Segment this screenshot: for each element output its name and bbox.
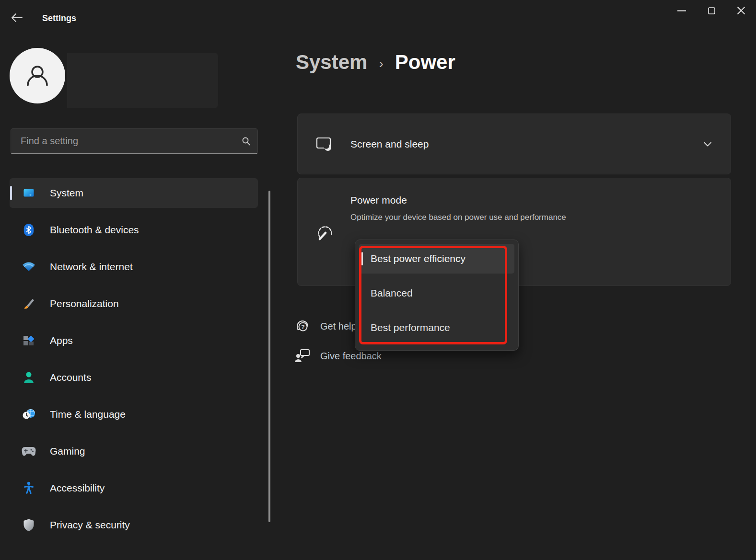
back-button[interactable] — [7, 9, 27, 27]
apps-icon — [22, 333, 36, 348]
back-arrow-icon — [11, 13, 23, 23]
maximize-button[interactable] — [697, 0, 726, 21]
search-box — [11, 128, 258, 154]
dropdown-option-best-performance[interactable]: Best performance — [359, 313, 514, 343]
svg-text:?: ? — [301, 324, 304, 331]
system-icon — [22, 186, 36, 200]
sidebar-item-label: Privacy & security — [50, 519, 130, 531]
sidebar-item-network-internet[interactable]: Network & internet — [10, 252, 258, 282]
titlebar: Settings — [0, 0, 756, 29]
account-info-panel[interactable] — [67, 53, 218, 108]
sidebar-item-label: System — [50, 187, 83, 199]
person-icon — [22, 60, 53, 91]
dropdown-option-best-power-efficiency[interactable]: Best power efficiency — [359, 244, 514, 274]
screen-sleep-icon — [316, 137, 333, 152]
sidebar-scrollbar[interactable] — [268, 191, 270, 522]
get-help-label: Get help — [320, 321, 357, 332]
sidebar-item-time-language[interactable]: Time & language — [10, 400, 258, 429]
screen-and-sleep-card[interactable]: Screen and sleep — [297, 114, 731, 174]
breadcrumb-system[interactable]: System — [296, 51, 367, 74]
search-input[interactable] — [21, 136, 241, 147]
sidebar-item-privacy-security[interactable]: Privacy & security — [10, 510, 258, 540]
sidebar-nav: System Bluetooth & devices Network & int… — [10, 178, 258, 547]
power-mode-description: Optimize your device based on power use … — [350, 213, 566, 222]
sidebar-item-accessibility[interactable]: Accessibility — [10, 473, 258, 503]
app-title: Settings — [42, 13, 76, 23]
feedback-icon — [294, 348, 311, 364]
page-title: Power — [395, 51, 455, 74]
power-mode-dropdown: Best power efficiency Balanced Best perf… — [355, 240, 519, 351]
sidebar-item-personalization[interactable]: Personalization — [10, 289, 258, 319]
sidebar-item-label: Network & internet — [50, 261, 133, 273]
sidebar-item-label: Apps — [50, 335, 73, 346]
breadcrumb-separator-icon: › — [379, 53, 383, 71]
breadcrumb: System › Power — [296, 51, 455, 74]
sidebar-item-system[interactable]: System — [10, 178, 258, 208]
gaming-icon — [22, 444, 36, 458]
power-mode-title: Power mode — [350, 194, 407, 206]
bluetooth-icon — [22, 223, 36, 237]
get-help-link[interactable]: ? Get help — [294, 318, 357, 334]
network-icon — [22, 260, 36, 274]
sidebar-item-label: Bluetooth & devices — [50, 224, 139, 236]
get-help-icon: ? — [294, 318, 311, 334]
close-icon — [737, 7, 745, 14]
accounts-icon — [22, 370, 36, 385]
chevron-down-icon[interactable] — [704, 142, 711, 147]
sidebar-item-bluetooth-devices[interactable]: Bluetooth & devices — [10, 215, 258, 245]
sidebar-item-accounts[interactable]: Accounts — [10, 363, 258, 392]
privacy-security-icon — [22, 518, 36, 532]
sidebar-item-label: Accounts — [50, 372, 91, 383]
sidebar-item-label: Gaming — [50, 446, 85, 457]
search-icon — [241, 137, 251, 146]
minimize-icon — [677, 10, 686, 11]
sidebar-item-label: Personalization — [50, 298, 119, 309]
accessibility-icon — [22, 481, 36, 495]
sidebar-item-apps[interactable]: Apps — [10, 326, 258, 355]
screen-sleep-label: Screen and sleep — [350, 138, 704, 150]
sidebar-item-label: Time & language — [50, 409, 126, 420]
give-feedback-label: Give feedback — [320, 351, 382, 362]
maximize-icon — [708, 7, 715, 14]
close-button[interactable] — [726, 0, 756, 21]
power-gauge-icon — [316, 224, 334, 242]
time-language-icon — [22, 407, 36, 422]
avatar[interactable] — [10, 48, 65, 103]
personalization-icon — [22, 297, 36, 311]
sidebar-item-label: Accessibility — [50, 482, 105, 494]
minimize-button[interactable] — [667, 0, 697, 21]
sidebar-item-gaming[interactable]: Gaming — [10, 436, 258, 466]
dropdown-option-balanced[interactable]: Balanced — [359, 278, 514, 308]
